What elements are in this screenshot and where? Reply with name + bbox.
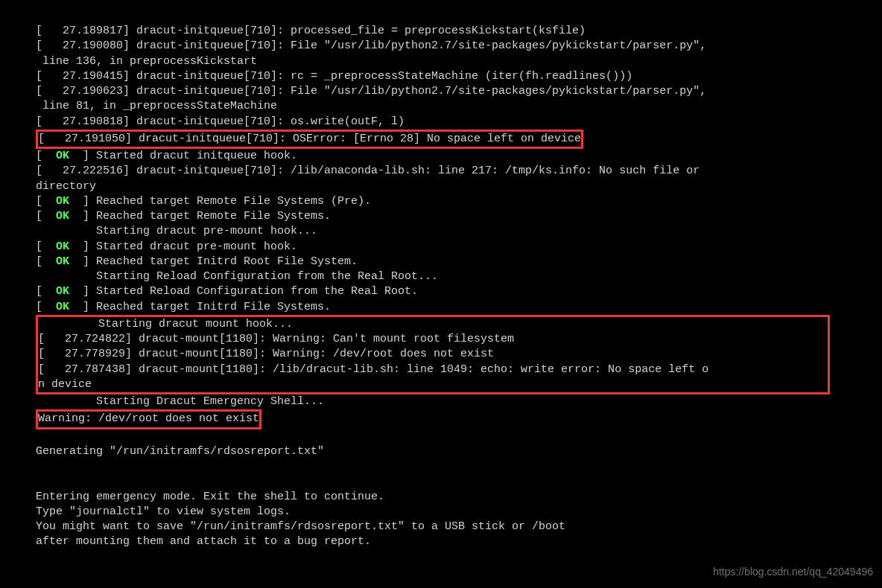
blank-line (36, 474, 882, 489)
log-line: Generating "/run/initramfs/rdsosreport.t… (36, 444, 882, 459)
log-line: [ 27.190415] dracut-initqueue[710]: rc =… (36, 69, 882, 84)
log-line: after mounting them and attach it to a b… (36, 534, 882, 549)
highlight-oserror: [ 27.191050] dracut-initqueue[710]: OSEr… (36, 130, 583, 149)
log-line: directory (36, 179, 882, 194)
highlight-mount-error: Starting dracut mount hook... [ 27.72482… (36, 315, 830, 394)
log-line-ok: [ OK ] Started dracut initqueue hook. (36, 149, 882, 164)
log-line-ok: [ OK ] Reached target Initrd Root File S… (36, 255, 882, 269)
log-line: [ 27.190080] dracut-initqueue[710]: File… (36, 39, 882, 54)
log-line: [ 27.190623] dracut-initqueue[710]: File… (36, 84, 882, 99)
log-line: [ 27.189817] dracut-initqueue[710]: proc… (36, 24, 882, 39)
log-line: line 81, in _preprocessStateMachine (36, 99, 882, 114)
log-line: [ 27.190818] dracut-initqueue[710]: os.w… (36, 115, 882, 130)
status-ok: OK (56, 210, 69, 223)
blank-line (36, 459, 882, 474)
log-line: [ 27.222516] dracut-initqueue[710]: /lib… (36, 164, 882, 179)
status-ok: OK (56, 195, 69, 208)
log-line: Starting Dracut Emergency Shell... (36, 394, 882, 409)
log-line: line 136, in preprocessKickstart (36, 54, 882, 69)
status-ok: OK (56, 150, 69, 162)
status-ok: OK (56, 255, 69, 268)
blank-line (36, 429, 882, 444)
log-line-ok: [ OK ] Started dracut pre-mount hook. (36, 240, 882, 255)
log-line: Entering emergency mode. Exit the shell … (36, 490, 882, 505)
log-line: Starting dracut pre-mount hook... (36, 224, 882, 239)
log-line: Starting Reload Configuration from the R… (36, 269, 882, 284)
watermark-text: https://blog.csdn.net/qq_42049496 (713, 565, 873, 579)
log-line-ok: [ OK ] Reached target Remote File System… (36, 194, 882, 209)
log-line: You might want to save "/run/initramfs/r… (36, 520, 882, 534)
log-line: Type "journalctl" to view system logs. (36, 505, 882, 520)
status-ok: OK (56, 240, 69, 253)
log-line-ok: [ OK ] Reached target Remote File System… (36, 209, 882, 224)
status-ok: OK (56, 301, 69, 313)
log-line-ok: [ OK ] Started Reload Configuration from… (36, 284, 882, 299)
status-ok: OK (56, 285, 69, 298)
highlight-warning: Warning: /dev/root does not exist (36, 409, 261, 429)
log-line-ok: [ OK ] Reached target Initrd File System… (36, 300, 882, 315)
